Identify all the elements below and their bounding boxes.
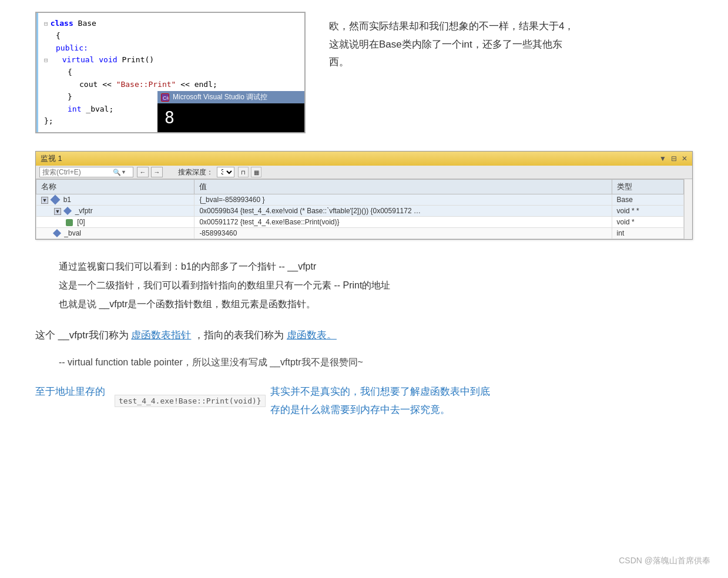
watch-table: 名称 值 类型 ▼ b1 {_bval=-858993460 }: [36, 179, 684, 239]
col-type: 类型: [612, 180, 683, 194]
row-type-b1: Base: [612, 194, 683, 206]
row-type-vfptr: void * *: [612, 206, 683, 217]
bottom-right-line2: 存的是什么就需要到内存中去一探究竟。: [270, 401, 490, 419]
link-vfptr-pointer[interactable]: 虚函数表指针: [131, 330, 191, 341]
toolbar-icon-2[interactable]: ▦: [251, 167, 261, 177]
close-icon[interactable]: ✕: [682, 154, 687, 163]
vs-titlebar: C# Microsoft Visual Studio 调试控: [157, 91, 304, 103]
watch-titlebar[interactable]: 监视 1 ▼ ⊟ ✕: [36, 152, 692, 166]
name-vfptr: _vfptr: [75, 207, 93, 215]
bottom-right-line1: 其实并不是真实的，我们想要了解虚函数表中到底: [270, 383, 490, 401]
keyword-void: void: [99, 54, 117, 66]
code-line-brace1: {: [44, 30, 298, 42]
brace-open: {: [56, 30, 61, 42]
collapse-icon-2: ⊟: [44, 55, 48, 66]
name-bval: _bval: [64, 229, 81, 237]
watch-search-box[interactable]: 🔍 ▼: [39, 167, 133, 177]
vs-title: Microsoft Visual Studio 调试控: [173, 92, 267, 102]
watch-window: 监视 1 ▼ ⊟ ✕ 🔍 ▼ ← → 搜索深度： 3 1 2 5 ⊓ ▦: [35, 151, 693, 240]
vftptr-note: -- virtual function table pointer，所以这里没有…: [59, 354, 693, 371]
bottom-right-block: 其实并不是真实的，我们想要了解虚函数表中到底 存的是什么就需要到内存中去一探究竟…: [270, 383, 490, 419]
description-text: 欧，然而实际结果却和我们想象的不一样，结果大于4，这就说明在Base类内除了一个…: [329, 21, 574, 68]
expand-vfptr[interactable]: ▼: [54, 208, 61, 215]
watch-toolbar: 🔍 ▼ ← → 搜索深度： 3 1 2 5 ⊓ ▦: [36, 166, 692, 179]
row-name-b1: ▼ b1: [36, 194, 194, 206]
collapse-icon: ⊟: [44, 19, 48, 29]
bottom-section: 至于地址里存的 test_4_4.exe!Base::Print(void)} …: [35, 383, 693, 419]
diamond-icon-b1: [51, 195, 61, 205]
expand-b1[interactable]: ▼: [41, 197, 48, 204]
explanation-line1: 通过监视窗口我们可以看到：b1的内部多了一个指针 -- __vfptr: [59, 257, 693, 276]
row-name-bval: _bval: [36, 228, 194, 239]
col-name: 名称: [36, 180, 194, 194]
cout-stmt: cout << "Base::Print" << endl;: [79, 79, 217, 91]
row-value-vfptr: 0x00599b34 {test_4_4.exe!void (* Base::`…: [194, 206, 612, 217]
code-line-virtual: ⊟ virtual void Print(): [44, 54, 298, 66]
pin-icon[interactable]: ▼: [659, 154, 666, 163]
csdn-watermark: CSDN @落魄山首席供奉: [619, 556, 710, 566]
watch-table-wrap: 名称 值 类型 ▼ b1 {_bval=-858993460 }: [36, 179, 684, 239]
code-line-brace2: {: [44, 66, 298, 79]
explanation-line2: 这是一个二级指针，我们可以看到指针指向的数组里只有一个元素 -- Print的地…: [59, 276, 693, 295]
table-header-row: 名称 值 类型: [36, 180, 684, 194]
code-line-class: ⊟ class Base: [44, 18, 298, 30]
watch-controls[interactable]: ▼ ⊟ ✕: [659, 154, 687, 163]
row-value-0: 0x00591172 {test_4_4.exe!Base::Print(voi…: [194, 217, 612, 228]
vfptr-mid: ，指向的表我们称为: [194, 330, 284, 341]
class-name: Base: [78, 18, 96, 30]
explanation-block: 通过监视窗口我们可以看到：b1的内部多了一个指针 -- __vfptr 这是一个…: [35, 257, 693, 314]
search-dropdown-icon[interactable]: ▼: [121, 169, 126, 175]
keyword-virtual: virtual: [62, 54, 95, 66]
vs-icon: C#: [161, 93, 169, 102]
bottom-code-snippet: test_4_4.exe!Base::Print(void)}: [115, 395, 266, 407]
toolbar-icons: ⊓ ▦: [238, 167, 261, 177]
table-row: _bval -858993460 int: [36, 228, 684, 239]
diamond-icon-bval: [53, 229, 61, 237]
brace-inner: {: [68, 66, 72, 79]
vs-debug-overlay: C# Microsoft Visual Studio 调试控 8: [157, 91, 304, 132]
diamond-icon-vfptr: [63, 207, 72, 215]
vfptr-section: 这个 __vfptr我们称为 虚函数表指针 ，指向的表我们称为 虚函数表。: [35, 325, 693, 345]
watch-table-container: 名称 值 类型 ▼ b1 {_bval=-858993460 }: [36, 179, 692, 239]
dock-icon[interactable]: ⊟: [671, 154, 677, 163]
brace-inner-close: }: [68, 91, 72, 103]
row-type-bval: int: [612, 228, 683, 239]
keyword-class: class: [51, 18, 73, 30]
keyword-public: public:: [56, 42, 88, 55]
code-line-cout: cout << "Base::Print" << endl;: [44, 79, 298, 91]
table-row: ▼ b1 {_bval=-858993460 } Base: [36, 194, 684, 206]
nav-arrows: ← →: [137, 167, 163, 177]
name-0: [0]: [77, 218, 85, 226]
cube-icon-0: [66, 219, 73, 226]
end-brace: };: [44, 115, 53, 127]
code-screenshot: ⊟ class Base { public: ⊟ virtual void Pr…: [35, 12, 306, 133]
search-icon: 🔍: [113, 169, 121, 176]
vs-debug-value: 8: [157, 103, 304, 132]
watch-title: 监视 1: [41, 153, 62, 164]
row-name-0: [0]: [36, 217, 194, 228]
name-b1: b1: [63, 196, 71, 204]
vfptr-intro: 这个 __vfptr我们称为: [35, 330, 129, 341]
table-row: [0] 0x00591172 {test_4_4.exe!Base::Print…: [36, 217, 684, 228]
back-arrow[interactable]: ←: [137, 167, 149, 177]
code-line-public: public:: [44, 42, 298, 55]
table-row: ▼ _vfptr 0x00599b34 {test_4_4.exe!void (…: [36, 206, 684, 217]
depth-label: 搜索深度：: [178, 167, 213, 177]
row-name-vfptr: ▼ _vfptr: [36, 206, 194, 217]
depth-select[interactable]: 3 1 2 5: [217, 167, 234, 177]
member-bval: _bval;: [86, 103, 113, 116]
col-value: 值: [194, 180, 612, 194]
row-value-b1: {_bval=-858993460 }: [194, 194, 612, 206]
row-value-bval: -858993460: [194, 228, 612, 239]
fn-print: Print(): [122, 54, 154, 66]
top-section: ⊟ class Base { public: ⊟ virtual void Pr…: [35, 12, 693, 133]
explanation-line3: 也就是说 __vfptr是一个函数指针数组，数组元素是函数指针。: [59, 295, 693, 314]
forward-arrow[interactable]: →: [151, 167, 163, 177]
row-type-0: void *: [612, 217, 683, 228]
svg-text:C#: C#: [163, 95, 169, 101]
link-vftable[interactable]: 虚函数表。: [287, 330, 337, 341]
search-input[interactable]: [42, 168, 113, 176]
right-description: 欧，然而实际结果却和我们想象的不一样，结果大于4，这就说明在Base类内除了一个…: [329, 12, 576, 72]
toolbar-icon-1[interactable]: ⊓: [238, 167, 249, 177]
scrollbar[interactable]: [684, 179, 692, 239]
